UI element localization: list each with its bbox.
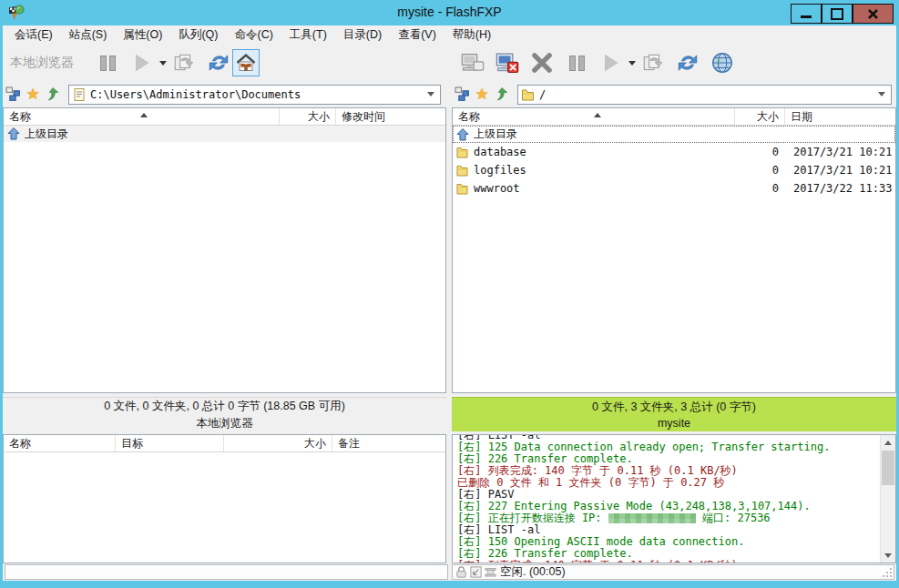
- resume-dropdown-icon[interactable]: [159, 61, 167, 66]
- local-refresh-button[interactable]: [205, 49, 232, 76]
- column-header-name[interactable]: 名称: [4, 108, 280, 125]
- local-path-combobox[interactable]: [68, 85, 441, 105]
- column-header-size[interactable]: 大小: [735, 108, 785, 125]
- file-name: database: [474, 146, 734, 158]
- scroll-up-button[interactable]: [881, 435, 895, 450]
- file-name: 上级目录: [25, 127, 68, 142]
- remote-connect-button[interactable]: [459, 49, 486, 76]
- file-name: wwwroot: [474, 182, 734, 195]
- document-icon: [72, 87, 87, 102]
- client-area: 会话(E) 站点(S) 属性(O) 队列(Q) 命令(C) 工具(T) 目录(D…: [3, 25, 896, 581]
- remote-pause-button[interactable]: [563, 49, 590, 76]
- local-resume-button[interactable]: [128, 49, 156, 76]
- home-icon: [235, 52, 257, 74]
- up-arrow-icon: [455, 127, 470, 142]
- log-pane: [右] LIST -al [右] 125 Data connection alr…: [452, 434, 896, 563]
- local-pause-button[interactable]: [94, 49, 121, 76]
- censored-ip-block: [608, 513, 696, 523]
- menu-item-tools[interactable]: 工具(T): [281, 25, 335, 45]
- up-directory-icon[interactable]: [43, 85, 63, 105]
- column-header-date[interactable]: 日期: [785, 108, 895, 125]
- folder-tree-icon[interactable]: [452, 85, 472, 105]
- local-home-button[interactable]: [232, 49, 260, 76]
- menu-item-directory[interactable]: 目录(D): [335, 25, 390, 45]
- maximize-button[interactable]: [822, 4, 853, 24]
- file-name: 上级目录: [474, 127, 517, 142]
- favorites-star-icon[interactable]: ★: [472, 85, 492, 105]
- site-url-button[interactable]: [709, 49, 736, 76]
- column-header-size[interactable]: 大小: [280, 108, 336, 125]
- pause-icon: [569, 56, 585, 71]
- column-header-name[interactable]: 名称: [453, 108, 735, 125]
- column-header-note[interactable]: 备注: [332, 435, 445, 451]
- menu-item-help[interactable]: 帮助(H): [444, 25, 499, 45]
- statusbar: 空闲. (00:05): [3, 563, 896, 581]
- local-status-label: 本地浏览器: [3, 416, 446, 431]
- local-path-bar: ★: [3, 81, 445, 107]
- resize-grip[interactable]: [882, 567, 893, 578]
- statusbar-left-panel: [5, 564, 448, 580]
- remote-row-logfiles[interactable]: logfiles 0 2017/3/21 10:21: [453, 161, 895, 179]
- remote-path-combobox[interactable]: [517, 85, 892, 105]
- folder-tree-icon[interactable]: [3, 85, 23, 105]
- local-list-header: 名称 大小 修改时间: [4, 108, 445, 126]
- remote-resume-button[interactable]: [598, 49, 625, 76]
- file-date: 2017/3/21 10:21: [784, 146, 895, 158]
- scroll-down-button[interactable]: [881, 548, 895, 563]
- chevron-down-icon[interactable]: [427, 92, 434, 96]
- close-button[interactable]: [853, 4, 894, 24]
- menu-item-sites[interactable]: 站点(S): [61, 25, 116, 45]
- column-header-target[interactable]: 目标: [116, 435, 224, 451]
- refresh-icon: [676, 51, 700, 75]
- transfer-icon: [172, 51, 196, 75]
- remote-row-wwwroot[interactable]: wwwroot 0 2017/3/22 11:33: [453, 179, 895, 198]
- menu-item-options[interactable]: 属性(O): [115, 25, 170, 45]
- log-scrollbar[interactable]: [880, 435, 895, 563]
- menu-item-commands[interactable]: 命令(C): [226, 25, 281, 45]
- pause-icon: [100, 56, 116, 71]
- queue-size-icon: [484, 565, 497, 579]
- column-header-size[interactable]: 大小: [224, 435, 332, 451]
- menu-item-queue[interactable]: 队列(Q): [170, 25, 226, 45]
- transfer-queue: 名称 目标 大小 备注: [3, 434, 446, 563]
- log-messages[interactable]: [右] LIST -al [右] 125 Data connection alr…: [453, 435, 880, 563]
- column-header-modified[interactable]: 修改时间: [336, 108, 445, 125]
- remote-path-input[interactable]: [539, 88, 873, 101]
- sort-asc-icon: [594, 113, 601, 117]
- remote-toolbar: [452, 45, 896, 81]
- chevron-down-icon[interactable]: [878, 92, 885, 96]
- local-browser-selector[interactable]: 本地浏览器: [10, 55, 74, 71]
- remote-transfer-button[interactable]: [639, 49, 667, 76]
- remote-status-panel: 0 文件, 3 文件夹, 3 总计 (0 字节) mysite: [452, 397, 896, 431]
- folder-icon: [521, 87, 536, 102]
- remote-row-database[interactable]: database 0 2017/3/21 10:21: [453, 143, 895, 161]
- maximize-icon: [831, 8, 843, 20]
- menu-item-session[interactable]: 会话(E): [6, 25, 61, 45]
- file-date: 2017/3/21 10:21: [784, 164, 895, 177]
- refresh-icon: [207, 51, 230, 75]
- favorites-star-icon[interactable]: ★: [23, 85, 43, 105]
- local-path-input[interactable]: [90, 88, 422, 101]
- menubar: 会话(E) 站点(S) 属性(O) 队列(Q) 命令(C) 工具(T) 目录(D…: [3, 25, 896, 45]
- local-row-parent-dir[interactable]: 上级目录: [4, 126, 445, 142]
- remote-disconnect-button[interactable]: [494, 49, 521, 76]
- titlebar: mysite - FlashFXP: [0, 0, 899, 25]
- remote-row-parent-dir[interactable]: 上级目录: [453, 126, 895, 143]
- remote-refresh-button[interactable]: [674, 49, 701, 76]
- arrow-down-icon: [884, 553, 892, 558]
- resume-dropdown-icon[interactable]: [628, 61, 636, 66]
- column-header-name[interactable]: 名称: [4, 435, 116, 451]
- statusbar-right-panel: 空闲. (00:05): [452, 564, 894, 580]
- minimize-button[interactable]: [791, 4, 822, 24]
- abort-button[interactable]: [528, 49, 556, 76]
- menu-item-view[interactable]: 查看(V): [390, 25, 444, 45]
- scrollbar-thumb[interactable]: [882, 451, 894, 485]
- log-line: [右] 列表完成: 140 字节 于 0.11 秒 (0.1 KB/秒): [457, 560, 880, 563]
- status-text: 空闲. (00:05): [500, 564, 566, 580]
- sort-asc-icon: [140, 113, 148, 117]
- remote-list-header: 名称 大小 日期: [453, 108, 895, 126]
- abort-x-icon: [530, 51, 554, 75]
- up-directory-icon[interactable]: [492, 85, 512, 105]
- local-transfer-button[interactable]: [170, 49, 198, 76]
- flashfxp-window: mysite - FlashFXP 会话(E) 站点(S) 属性(O) 队列(Q…: [0, 0, 899, 588]
